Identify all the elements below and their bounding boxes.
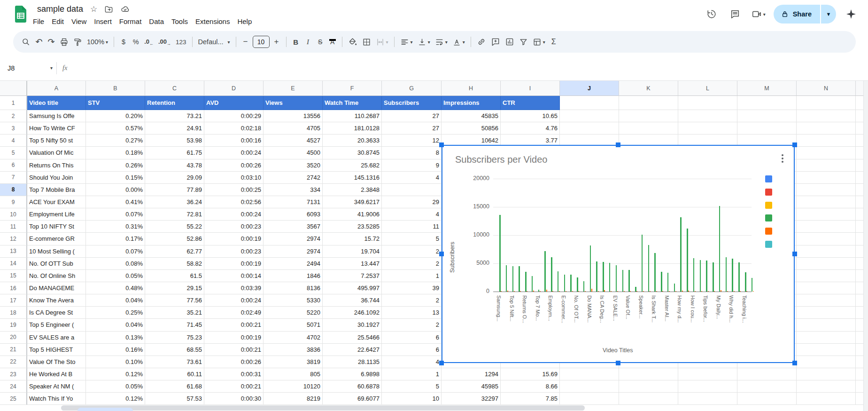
- row-number-1[interactable]: 1: [0, 96, 27, 110]
- cell[interactable]: 73.21: [145, 110, 204, 122]
- cell[interactable]: 7.85: [501, 393, 560, 405]
- embedded-chart[interactable]: Subscribers per Video 200001500010000500…: [442, 145, 795, 363]
- cell[interactable]: 12: [382, 134, 442, 147]
- cell[interactable]: 1294: [442, 368, 501, 380]
- cell[interactable]: [797, 196, 856, 208]
- cell[interactable]: [619, 368, 678, 380]
- cell[interactable]: 45835: [442, 110, 501, 122]
- chart-selection-handle[interactable]: [792, 361, 797, 365]
- row-number-24[interactable]: 24: [0, 380, 27, 393]
- cell[interactable]: Valuation Of Mic: [27, 147, 86, 159]
- cell[interactable]: 60.11: [145, 368, 204, 380]
- cell[interactable]: 25.682: [323, 159, 382, 172]
- document-title[interactable]: sample data: [37, 4, 83, 14]
- vertical-scrollbar[interactable]: [863, 81, 868, 411]
- cell[interactable]: [619, 122, 678, 134]
- print-button[interactable]: [57, 35, 71, 49]
- table-views-button[interactable]: ▾: [530, 35, 548, 49]
- cell[interactable]: Retention: [145, 96, 204, 110]
- chart-menu-kebab-icon[interactable]: [777, 151, 788, 166]
- cell[interactable]: Samsung Is Offe: [27, 110, 86, 122]
- cell[interactable]: 805: [264, 368, 323, 380]
- cell[interactable]: 0.20%: [86, 110, 145, 122]
- version-history-button[interactable]: [701, 4, 722, 24]
- cell[interactable]: 23.5285: [323, 221, 382, 233]
- cell[interactable]: [560, 96, 619, 110]
- cell[interactable]: 8219: [264, 393, 323, 405]
- format-percent-button[interactable]: %: [130, 35, 142, 49]
- column-header-G[interactable]: G: [382, 81, 442, 96]
- search-menus-button[interactable]: [19, 35, 33, 49]
- cell[interactable]: [797, 344, 856, 356]
- cell[interactable]: 0:00:14: [204, 270, 264, 282]
- cell[interactable]: 4702: [264, 332, 323, 344]
- insert-chart-button[interactable]: [503, 35, 517, 49]
- cell[interactable]: 3520: [264, 159, 323, 172]
- cell[interactable]: 32297: [442, 393, 501, 405]
- cell[interactable]: [560, 110, 619, 122]
- cell[interactable]: 4705: [264, 122, 323, 134]
- cell[interactable]: [797, 221, 856, 233]
- cell[interactable]: [619, 380, 678, 393]
- cell[interactable]: 0.31%: [86, 221, 145, 233]
- cell[interactable]: [737, 393, 797, 405]
- cell[interactable]: 0.27%: [86, 134, 145, 147]
- cell[interactable]: 4: [382, 172, 442, 184]
- row-number-18[interactable]: 18: [0, 307, 27, 319]
- cell[interactable]: 8136: [264, 282, 323, 294]
- cell[interactable]: 0.05%: [86, 270, 145, 282]
- insert-comment-button[interactable]: [488, 35, 503, 49]
- row-number-20[interactable]: 20: [0, 332, 27, 344]
- move-folder-icon[interactable]: [104, 5, 113, 14]
- decrease-decimals-button[interactable]: .0←: [142, 35, 156, 49]
- cell[interactable]: 27: [382, 122, 442, 134]
- cell[interactable]: 7131: [264, 196, 323, 208]
- cell[interactable]: [797, 172, 856, 184]
- column-header-C[interactable]: C: [145, 81, 204, 96]
- chart-selection-handle[interactable]: [792, 142, 797, 147]
- cell[interactable]: 1846: [264, 270, 323, 282]
- cell[interactable]: 77.89: [145, 184, 204, 196]
- borders-button[interactable]: [360, 35, 373, 49]
- horizontal-scrollbar[interactable]: [61, 405, 585, 411]
- row-number-6[interactable]: 6: [0, 159, 27, 172]
- cell[interactable]: Top 5 Nifty 50 st: [27, 134, 86, 147]
- cell[interactable]: 4500: [264, 147, 323, 159]
- row-number-8[interactable]: 8: [0, 184, 27, 196]
- cell[interactable]: 0.48%: [86, 282, 145, 294]
- cell[interactable]: Subscribers: [382, 96, 442, 110]
- cell[interactable]: [797, 245, 856, 258]
- increase-decimals-button[interactable]: .00→: [156, 35, 173, 49]
- row-number-23[interactable]: 23: [0, 368, 27, 380]
- cell[interactable]: Views: [264, 96, 323, 110]
- cell[interactable]: 19.704: [323, 245, 382, 258]
- cell[interactable]: 2.3848: [323, 184, 382, 196]
- decrease-font-size-button[interactable]: −: [240, 35, 252, 49]
- row-number-25[interactable]: 25: [0, 393, 27, 405]
- cell[interactable]: 0.15%: [86, 172, 145, 184]
- font-size-input[interactable]: 10: [253, 36, 270, 48]
- row-number-9[interactable]: 9: [0, 196, 27, 208]
- cell[interactable]: 0.04%: [86, 319, 145, 331]
- cell[interactable]: Know The Avera: [27, 294, 86, 307]
- cell[interactable]: 6093: [264, 208, 323, 221]
- cell[interactable]: 0:00:30: [204, 393, 264, 405]
- cell[interactable]: E-commerce GR: [27, 233, 86, 245]
- column-header-B[interactable]: B: [86, 81, 145, 96]
- menu-format[interactable]: Format: [116, 16, 146, 27]
- cell[interactable]: Watch This If Yo: [27, 393, 86, 405]
- cell[interactable]: STV: [86, 96, 145, 110]
- column-header-J[interactable]: J: [560, 81, 619, 96]
- cell[interactable]: [797, 282, 856, 294]
- column-header-D[interactable]: D: [204, 81, 264, 96]
- functions-button[interactable]: Σ: [548, 35, 560, 49]
- cell[interactable]: [797, 368, 856, 380]
- cell[interactable]: 29.09: [145, 172, 204, 184]
- cell[interactable]: 10 Most Selling (: [27, 245, 86, 258]
- cell[interactable]: 0.12%: [86, 393, 145, 405]
- cell[interactable]: 2494: [264, 258, 323, 270]
- cell[interactable]: 28.1135: [323, 356, 382, 368]
- cell[interactable]: 3819: [264, 356, 323, 368]
- cell[interactable]: 30.8745: [323, 147, 382, 159]
- cell[interactable]: 53.98: [145, 134, 204, 147]
